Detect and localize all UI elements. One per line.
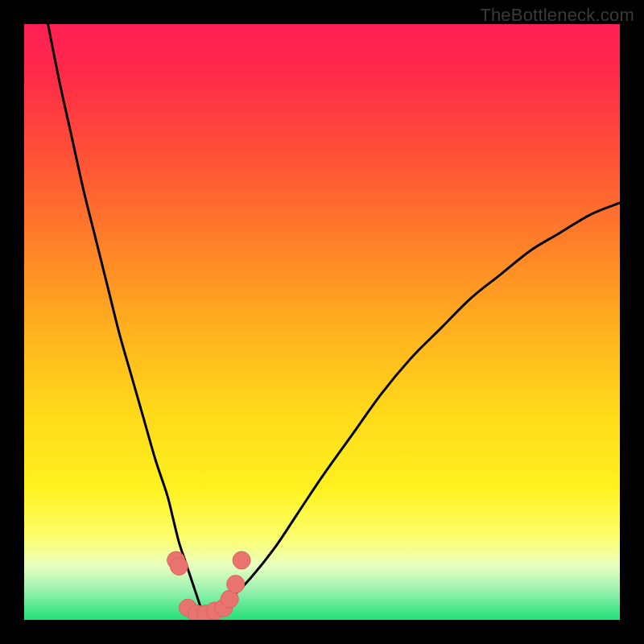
plot-area bbox=[24, 24, 620, 620]
chart-frame: TheBottleneck.com bbox=[0, 0, 644, 644]
curve-left-branch bbox=[48, 24, 203, 614]
watermark-text: TheBottleneck.com bbox=[480, 5, 634, 26]
valley-marker bbox=[233, 551, 250, 569]
valley-marker bbox=[227, 576, 245, 593]
curve-right-branch bbox=[203, 203, 620, 614]
curves-layer bbox=[24, 24, 620, 620]
valley-marker bbox=[170, 557, 188, 575]
valley-markers bbox=[167, 551, 250, 620]
